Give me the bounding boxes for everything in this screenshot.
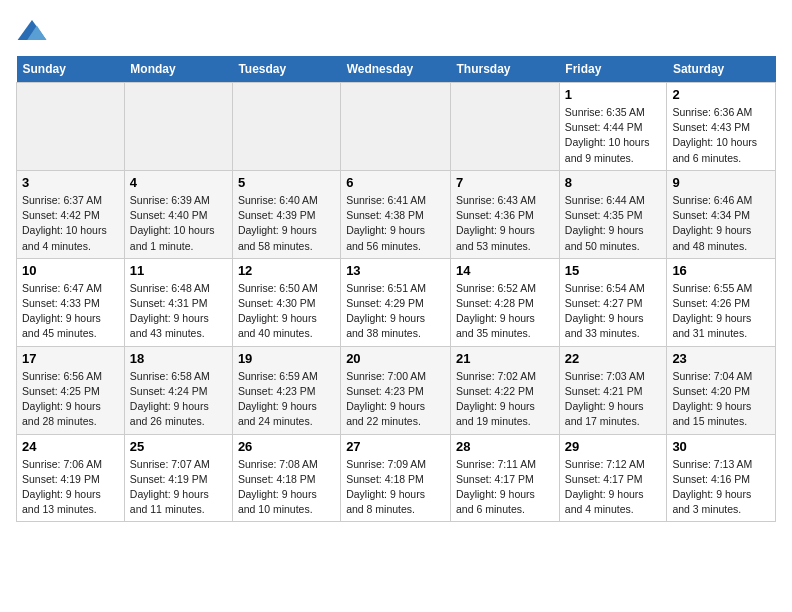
day-number: 16 — [672, 263, 770, 278]
day-cell: 23Sunrise: 7:04 AM Sunset: 4:20 PM Dayli… — [667, 346, 776, 434]
day-number: 22 — [565, 351, 662, 366]
day-info: Sunrise: 6:58 AM Sunset: 4:24 PM Dayligh… — [130, 369, 227, 430]
day-info: Sunrise: 6:36 AM Sunset: 4:43 PM Dayligh… — [672, 105, 770, 166]
day-info: Sunrise: 7:11 AM Sunset: 4:17 PM Dayligh… — [456, 457, 554, 518]
day-number: 27 — [346, 439, 445, 454]
day-number: 14 — [456, 263, 554, 278]
day-number: 17 — [22, 351, 119, 366]
header-wednesday: Wednesday — [341, 56, 451, 83]
day-info: Sunrise: 6:56 AM Sunset: 4:25 PM Dayligh… — [22, 369, 119, 430]
day-cell: 9Sunrise: 6:46 AM Sunset: 4:34 PM Daylig… — [667, 170, 776, 258]
week-row-2: 10Sunrise: 6:47 AM Sunset: 4:33 PM Dayli… — [17, 258, 776, 346]
weekday-header-row: SundayMondayTuesdayWednesdayThursdayFrid… — [17, 56, 776, 83]
header-thursday: Thursday — [451, 56, 560, 83]
day-info: Sunrise: 6:35 AM Sunset: 4:44 PM Dayligh… — [565, 105, 662, 166]
day-number: 21 — [456, 351, 554, 366]
day-cell: 27Sunrise: 7:09 AM Sunset: 4:18 PM Dayli… — [341, 434, 451, 522]
day-cell: 18Sunrise: 6:58 AM Sunset: 4:24 PM Dayli… — [124, 346, 232, 434]
day-cell: 15Sunrise: 6:54 AM Sunset: 4:27 PM Dayli… — [559, 258, 667, 346]
header-monday: Monday — [124, 56, 232, 83]
day-number: 20 — [346, 351, 445, 366]
day-number: 5 — [238, 175, 335, 190]
day-info: Sunrise: 7:09 AM Sunset: 4:18 PM Dayligh… — [346, 457, 445, 518]
day-info: Sunrise: 6:55 AM Sunset: 4:26 PM Dayligh… — [672, 281, 770, 342]
header-sunday: Sunday — [17, 56, 125, 83]
day-cell: 28Sunrise: 7:11 AM Sunset: 4:17 PM Dayli… — [451, 434, 560, 522]
day-number: 29 — [565, 439, 662, 454]
day-cell — [341, 83, 451, 171]
day-info: Sunrise: 6:48 AM Sunset: 4:31 PM Dayligh… — [130, 281, 227, 342]
day-info: Sunrise: 6:59 AM Sunset: 4:23 PM Dayligh… — [238, 369, 335, 430]
day-cell: 14Sunrise: 6:52 AM Sunset: 4:28 PM Dayli… — [451, 258, 560, 346]
day-info: Sunrise: 6:44 AM Sunset: 4:35 PM Dayligh… — [565, 193, 662, 254]
day-number: 9 — [672, 175, 770, 190]
day-info: Sunrise: 7:04 AM Sunset: 4:20 PM Dayligh… — [672, 369, 770, 430]
calendar-table: SundayMondayTuesdayWednesdayThursdayFrid… — [16, 56, 776, 522]
day-cell — [124, 83, 232, 171]
day-number: 2 — [672, 87, 770, 102]
day-cell — [232, 83, 340, 171]
day-cell: 8Sunrise: 6:44 AM Sunset: 4:35 PM Daylig… — [559, 170, 667, 258]
day-number: 25 — [130, 439, 227, 454]
day-cell: 6Sunrise: 6:41 AM Sunset: 4:38 PM Daylig… — [341, 170, 451, 258]
day-cell: 24Sunrise: 7:06 AM Sunset: 4:19 PM Dayli… — [17, 434, 125, 522]
week-row-1: 3Sunrise: 6:37 AM Sunset: 4:42 PM Daylig… — [17, 170, 776, 258]
day-number: 1 — [565, 87, 662, 102]
day-cell: 16Sunrise: 6:55 AM Sunset: 4:26 PM Dayli… — [667, 258, 776, 346]
day-cell: 2Sunrise: 6:36 AM Sunset: 4:43 PM Daylig… — [667, 83, 776, 171]
day-number: 15 — [565, 263, 662, 278]
day-number: 30 — [672, 439, 770, 454]
day-cell: 11Sunrise: 6:48 AM Sunset: 4:31 PM Dayli… — [124, 258, 232, 346]
day-cell: 4Sunrise: 6:39 AM Sunset: 4:40 PM Daylig… — [124, 170, 232, 258]
day-info: Sunrise: 7:06 AM Sunset: 4:19 PM Dayligh… — [22, 457, 119, 518]
day-cell: 7Sunrise: 6:43 AM Sunset: 4:36 PM Daylig… — [451, 170, 560, 258]
logo — [16, 16, 52, 48]
day-cell: 21Sunrise: 7:02 AM Sunset: 4:22 PM Dayli… — [451, 346, 560, 434]
day-info: Sunrise: 6:51 AM Sunset: 4:29 PM Dayligh… — [346, 281, 445, 342]
day-cell: 17Sunrise: 6:56 AM Sunset: 4:25 PM Dayli… — [17, 346, 125, 434]
day-cell: 3Sunrise: 6:37 AM Sunset: 4:42 PM Daylig… — [17, 170, 125, 258]
day-info: Sunrise: 6:37 AM Sunset: 4:42 PM Dayligh… — [22, 193, 119, 254]
day-info: Sunrise: 7:07 AM Sunset: 4:19 PM Dayligh… — [130, 457, 227, 518]
day-info: Sunrise: 7:02 AM Sunset: 4:22 PM Dayligh… — [456, 369, 554, 430]
week-row-3: 17Sunrise: 6:56 AM Sunset: 4:25 PM Dayli… — [17, 346, 776, 434]
day-cell: 26Sunrise: 7:08 AM Sunset: 4:18 PM Dayli… — [232, 434, 340, 522]
day-number: 3 — [22, 175, 119, 190]
day-info: Sunrise: 7:03 AM Sunset: 4:21 PM Dayligh… — [565, 369, 662, 430]
day-info: Sunrise: 6:47 AM Sunset: 4:33 PM Dayligh… — [22, 281, 119, 342]
day-cell: 30Sunrise: 7:13 AM Sunset: 4:16 PM Dayli… — [667, 434, 776, 522]
day-info: Sunrise: 7:12 AM Sunset: 4:17 PM Dayligh… — [565, 457, 662, 518]
day-info: Sunrise: 6:54 AM Sunset: 4:27 PM Dayligh… — [565, 281, 662, 342]
day-info: Sunrise: 6:43 AM Sunset: 4:36 PM Dayligh… — [456, 193, 554, 254]
day-info: Sunrise: 6:46 AM Sunset: 4:34 PM Dayligh… — [672, 193, 770, 254]
header-tuesday: Tuesday — [232, 56, 340, 83]
day-number: 19 — [238, 351, 335, 366]
day-number: 18 — [130, 351, 227, 366]
day-info: Sunrise: 6:50 AM Sunset: 4:30 PM Dayligh… — [238, 281, 335, 342]
day-cell: 25Sunrise: 7:07 AM Sunset: 4:19 PM Dayli… — [124, 434, 232, 522]
day-number: 12 — [238, 263, 335, 278]
day-cell: 22Sunrise: 7:03 AM Sunset: 4:21 PM Dayli… — [559, 346, 667, 434]
day-number: 4 — [130, 175, 227, 190]
day-number: 8 — [565, 175, 662, 190]
day-info: Sunrise: 6:52 AM Sunset: 4:28 PM Dayligh… — [456, 281, 554, 342]
day-number: 28 — [456, 439, 554, 454]
day-info: Sunrise: 7:13 AM Sunset: 4:16 PM Dayligh… — [672, 457, 770, 518]
day-number: 10 — [22, 263, 119, 278]
day-number: 13 — [346, 263, 445, 278]
week-row-0: 1Sunrise: 6:35 AM Sunset: 4:44 PM Daylig… — [17, 83, 776, 171]
day-number: 24 — [22, 439, 119, 454]
day-cell: 5Sunrise: 6:40 AM Sunset: 4:39 PM Daylig… — [232, 170, 340, 258]
header — [16, 16, 776, 48]
day-number: 7 — [456, 175, 554, 190]
day-cell: 20Sunrise: 7:00 AM Sunset: 4:23 PM Dayli… — [341, 346, 451, 434]
day-cell — [451, 83, 560, 171]
day-cell: 1Sunrise: 6:35 AM Sunset: 4:44 PM Daylig… — [559, 83, 667, 171]
day-info: Sunrise: 6:39 AM Sunset: 4:40 PM Dayligh… — [130, 193, 227, 254]
day-number: 11 — [130, 263, 227, 278]
header-saturday: Saturday — [667, 56, 776, 83]
day-cell — [17, 83, 125, 171]
day-cell: 12Sunrise: 6:50 AM Sunset: 4:30 PM Dayli… — [232, 258, 340, 346]
logo-icon — [16, 16, 48, 48]
day-number: 23 — [672, 351, 770, 366]
